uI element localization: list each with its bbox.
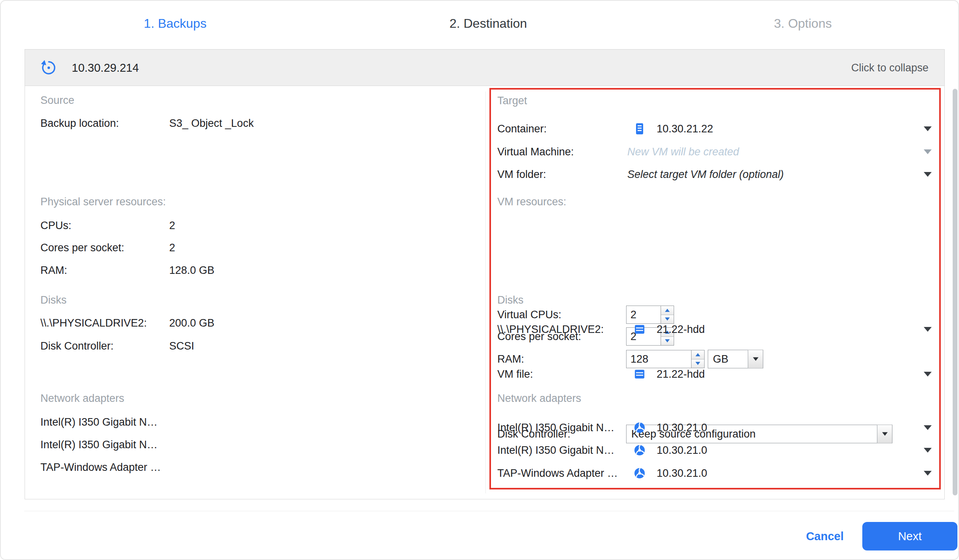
target-adapter-2-value[interactable]: 10.30.21.0 — [657, 444, 707, 457]
source-adapter-3: TAP-Windows Adapter … — [40, 461, 161, 474]
source-heading: Source — [40, 94, 75, 107]
tab-options[interactable]: 3. Options — [774, 16, 832, 31]
virtual-machine-placeholder[interactable]: New VM will be created — [627, 146, 739, 158]
ram-unit-value: GB — [708, 350, 748, 368]
vcpus-stepper[interactable] — [626, 306, 674, 324]
network-icon — [633, 443, 646, 457]
virtual-machine-label: Virtual Machine: — [497, 146, 574, 158]
source-network-heading: Network adapters — [40, 392, 124, 405]
panel-body: Source Backup location: S3_ Object _Lock… — [25, 86, 944, 499]
vm-file-dropdown-value[interactable]: 21.22-hdd — [657, 368, 705, 380]
source-controller-label: Disk Controller: — [40, 340, 114, 352]
target-disks-heading: Disks — [497, 294, 523, 306]
source-disk-label: \\.\PHYSICALDRIVE2: — [40, 317, 147, 329]
container-icon — [633, 122, 646, 136]
footer-separator — [24, 511, 954, 511]
cancel-button[interactable]: Cancel — [806, 530, 844, 543]
ram-unit-select[interactable]: GB — [708, 350, 763, 369]
disk-controller-dropdown-icon[interactable] — [877, 425, 892, 443]
source-cpus-label: CPUs: — [40, 220, 71, 232]
virtual-machine-dropdown-chevron-icon[interactable] — [924, 149, 932, 154]
target-adapter-1-value[interactable]: 10.30.21.0 — [657, 422, 707, 434]
target-disk-label: \\.\PHYSICALDRIVE2: — [497, 323, 604, 336]
vm-file-dropdown-chevron-icon[interactable] — [924, 372, 932, 377]
target-network-heading: Network adapters — [497, 392, 581, 405]
ram-up-icon[interactable] — [692, 350, 704, 359]
network-icon — [633, 421, 646, 434]
restore-icon — [39, 58, 58, 77]
source-adapter-1: Intel(R) I350 Gigabit N… — [40, 416, 158, 428]
target-disk-dropdown-chevron-icon[interactable] — [924, 327, 932, 332]
ram-spin-buttons — [691, 350, 704, 368]
source-ram-value: 128.0 GB — [169, 264, 214, 277]
restore-wizard-window: 1. Backups 2. Destination 3. Options 10.… — [0, 0, 959, 560]
ram-input[interactable] — [627, 350, 691, 368]
tab-destination[interactable]: 2. Destination — [449, 16, 527, 31]
target-adapter-1-label: Intel(R) I350 Gigabit N… — [497, 422, 615, 434]
vm-folder-placeholder[interactable]: Select target VM folder (optional) — [627, 168, 784, 181]
panel-header[interactable]: 10.30.29.214 Click to collapse — [25, 50, 944, 86]
column-divider — [485, 92, 486, 493]
footer-actions: Cancel Next — [806, 522, 957, 550]
source-ram-label: RAM: — [40, 264, 67, 277]
vm-resources-heading: VM resources: — [497, 196, 566, 208]
server-address: 10.30.29.214 — [72, 61, 139, 74]
cores-down-icon[interactable] — [661, 337, 674, 346]
container-dropdown-chevron-icon[interactable] — [924, 126, 932, 131]
ram-stepper[interactable] — [626, 350, 705, 368]
vcpus-down-icon[interactable] — [661, 315, 674, 324]
tab-backups[interactable]: 1. Backups — [144, 16, 206, 31]
source-cores-value: 2 — [169, 242, 175, 254]
target-heading: Target — [497, 95, 527, 107]
server-panel: 10.30.29.214 Click to collapse Source Ba… — [25, 49, 945, 499]
target-adapter-3-chevron-icon[interactable] — [924, 471, 932, 476]
source-controller-value: SCSI — [169, 340, 194, 352]
target-adapter-2-label: Intel(R) I350 Gigabit N… — [497, 444, 615, 457]
backup-location-value: S3_ Object _Lock — [169, 117, 254, 130]
collapse-hint[interactable]: Click to collapse — [851, 61, 928, 74]
vm-file-label: VM file: — [497, 368, 533, 380]
vcpus-label: Virtual CPUs: — [497, 309, 562, 321]
source-cores-label: Cores per socket: — [40, 242, 124, 254]
target-disk-dropdown-value[interactable]: 21.22-hdd — [657, 323, 705, 336]
target-adapter-3-label: TAP-Windows Adapter … — [497, 467, 618, 480]
backup-location-label: Backup location: — [40, 117, 119, 130]
vcpus-spin-buttons — [661, 306, 674, 323]
target-adapter-1-chevron-icon[interactable] — [924, 425, 932, 430]
target-adapter-3-value[interactable]: 10.30.21.0 — [657, 467, 707, 480]
disk-icon — [633, 323, 646, 336]
source-disk-value: 200.0 GB — [169, 317, 214, 329]
network-icon — [633, 466, 646, 480]
next-button[interactable]: Next — [862, 522, 957, 550]
physical-resources-heading: Physical server resources: — [40, 196, 166, 208]
target-adapter-2-chevron-icon[interactable] — [924, 448, 932, 453]
disk-icon — [633, 367, 646, 381]
source-adapter-2: Intel(R) I350 Gigabit N… — [40, 439, 158, 451]
container-dropdown-value[interactable]: 10.30.21.22 — [657, 123, 713, 135]
vm-folder-dropdown-chevron-icon[interactable] — [924, 172, 932, 177]
target-ram-label: RAM: — [497, 353, 524, 365]
source-disks-heading: Disks — [40, 294, 67, 306]
vertical-scrollbar[interactable] — [953, 89, 957, 495]
vcpus-input[interactable] — [627, 306, 661, 323]
container-label: Container: — [497, 123, 547, 135]
ram-unit-dropdown-icon[interactable] — [748, 350, 763, 368]
vm-folder-label: VM folder: — [497, 168, 546, 181]
source-cpus-value: 2 — [169, 220, 175, 232]
ram-down-icon[interactable] — [692, 359, 704, 368]
vcpus-up-icon[interactable] — [661, 306, 674, 315]
